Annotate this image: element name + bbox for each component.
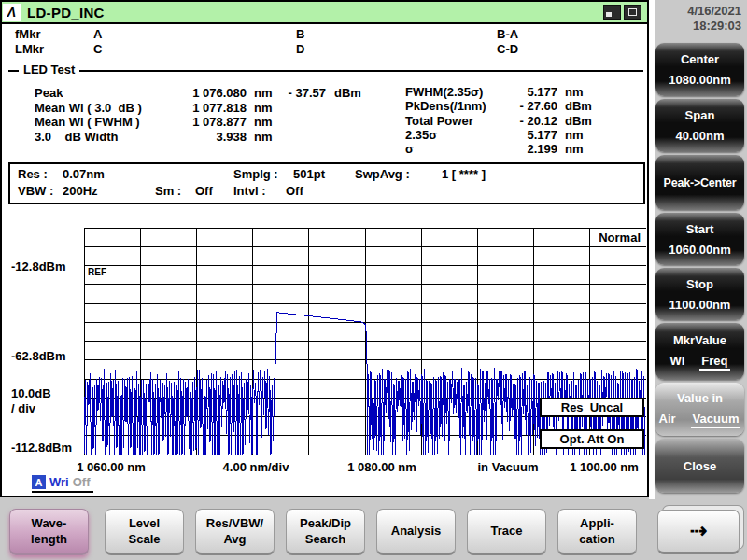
- softkey-center[interactable]: Center 1080.00nm: [655, 43, 744, 96]
- marker-b-a: B-A: [497, 27, 518, 41]
- restore-icon[interactable]: [603, 5, 621, 20]
- x-axis-center: 1 080.00 nm: [347, 460, 416, 474]
- sm-label: Sm :: [155, 184, 181, 198]
- smplg-label: Smplg :: [233, 167, 278, 181]
- res-uncal-badge: Res_Uncal: [540, 398, 644, 417]
- menu-more-arrow[interactable]: ⇢: [657, 510, 740, 554]
- trace-a-badge: A: [32, 475, 46, 489]
- marker-c: C: [93, 42, 102, 56]
- swpavg-label: SwpAvg :: [355, 167, 410, 181]
- logo-glyph: Λ: [7, 5, 16, 20]
- section-title: LED Test: [19, 63, 79, 77]
- marker-b: B: [296, 27, 304, 41]
- value-in-vacuum-option: Vacuum: [691, 412, 741, 428]
- trace-mode-label: Normal: [553, 231, 641, 245]
- x-axis-scale: 4.00 nm/div: [223, 460, 289, 474]
- softkey-start[interactable]: Start 1060.00nm: [655, 213, 744, 265]
- trace-off-state: Off: [73, 475, 91, 489]
- y-axis-ref-level: -12.8dBm: [11, 259, 66, 273]
- res-label: Res :: [18, 167, 48, 181]
- softkey-value-in: Value in Air Vacuum: [655, 383, 744, 436]
- analysis-row-235sigma: 2.35σ 5.177 nm: [2, 128, 647, 142]
- trace-status[interactable]: A Wri Off: [32, 475, 93, 493]
- mkr-value-wl-option[interactable]: Wl: [669, 354, 684, 371]
- menu-trace[interactable]: Trace: [467, 509, 546, 555]
- window-title: LD-PD_INC: [27, 5, 105, 21]
- osa-screen: Λ LD-PD_INC fMkr A B B-A LMkr C D C-D LE…: [0, 0, 747, 560]
- titlebar: Λ LD-PD_INC: [2, 2, 647, 24]
- menu-application[interactable]: Appli- cation: [557, 509, 637, 555]
- panel-gap: [649, 0, 655, 499]
- mkr-value-freq-option[interactable]: Freq: [699, 354, 729, 371]
- sm-value: Off: [195, 184, 213, 198]
- date-text: 4/16/2021: [652, 4, 741, 19]
- fmkr-label: fMkr: [15, 27, 40, 41]
- intvl-label: Intvl :: [233, 184, 266, 198]
- maximize-icon[interactable]: [624, 5, 641, 20]
- y-axis-scale: 10.0dB: [11, 386, 51, 400]
- section-divider: [8, 70, 643, 72]
- analysis-row-sigma: σ 2.199 nm: [2, 142, 647, 156]
- value-in-air-option: Air: [659, 412, 676, 428]
- menu-level-scale[interactable]: Level Scale: [105, 509, 184, 555]
- marker-a: A: [93, 27, 102, 41]
- softkey-peak-to-center[interactable]: Peak->Center: [655, 155, 744, 210]
- vbw-label: VBW :: [18, 184, 53, 198]
- softkey-mkr-value[interactable]: MkrValue Wl Freq: [655, 323, 744, 380]
- main-window: Λ LD-PD_INC fMkr A B B-A LMkr C D C-D LE…: [0, 0, 649, 497]
- y-axis-mid-level: -62.8dBm: [11, 349, 66, 363]
- y-axis-bottom-level: -112.8dBm: [11, 441, 72, 455]
- trace-write-mode: Wri: [49, 475, 69, 489]
- spectrum-chart: [84, 228, 646, 455]
- marker-row-freq: fMkr A B B-A: [2, 27, 647, 42]
- x-axis-start: 1 060.00 nm: [77, 460, 146, 474]
- marker-d: D: [296, 42, 304, 56]
- more-arrow-icon: ⇢: [690, 525, 707, 538]
- window-controls: [603, 5, 641, 20]
- analysis-row-pkdens: PkDens(/1nm) - 27.60 dBm: [2, 99, 647, 113]
- menu-analysis[interactable]: Analysis: [376, 509, 456, 555]
- sweep-settings-box: Res : 0.07nm Smplg : 501pt SwpAvg : 1 [ …: [8, 162, 645, 204]
- softkey-span[interactable]: Span 40.00nm: [655, 99, 744, 152]
- menu-res-vbw-avg[interactable]: Res/VBW/ Avg: [195, 509, 275, 555]
- swpavg-value: 1 [ **** ]: [442, 167, 486, 181]
- menu-wavelength[interactable]: Wave- length: [9, 509, 89, 555]
- marker-c-d: C-D: [497, 42, 518, 56]
- intvl-value: Off: [286, 184, 303, 198]
- softkey-stop[interactable]: Stop 1100.00nm: [655, 268, 744, 320]
- analysis-row-totalpower: Total Power - 20.12 dBm: [2, 114, 647, 128]
- time-text: 18:29:03: [652, 19, 741, 34]
- opt-att-badge: Opt. Att On: [540, 429, 644, 449]
- vbw-value: 200Hz: [63, 184, 98, 198]
- ref-marker-label: REF: [87, 267, 107, 277]
- brand-logo-icon: Λ: [3, 4, 21, 21]
- analysis-row-fwhm: FWHM(2.35σ) 5.177 nm: [2, 85, 647, 99]
- y-axis-scale-unit: / div: [11, 401, 35, 415]
- res-value: 0.07nm: [63, 167, 105, 181]
- x-axis-medium: in Vacuum: [477, 460, 538, 474]
- datetime-display: 4/16/2021 18:29:03: [652, 4, 747, 34]
- menu-peak-dip-search[interactable]: Peak/Dip Search: [286, 509, 365, 555]
- lmkr-label: LMkr: [15, 42, 44, 56]
- x-axis-stop: 1 100.00 nm: [570, 460, 639, 474]
- smplg-value: 501pt: [293, 167, 325, 181]
- marker-row-level: LMkr C D C-D: [2, 42, 647, 57]
- softkey-close[interactable]: Close: [655, 439, 744, 493]
